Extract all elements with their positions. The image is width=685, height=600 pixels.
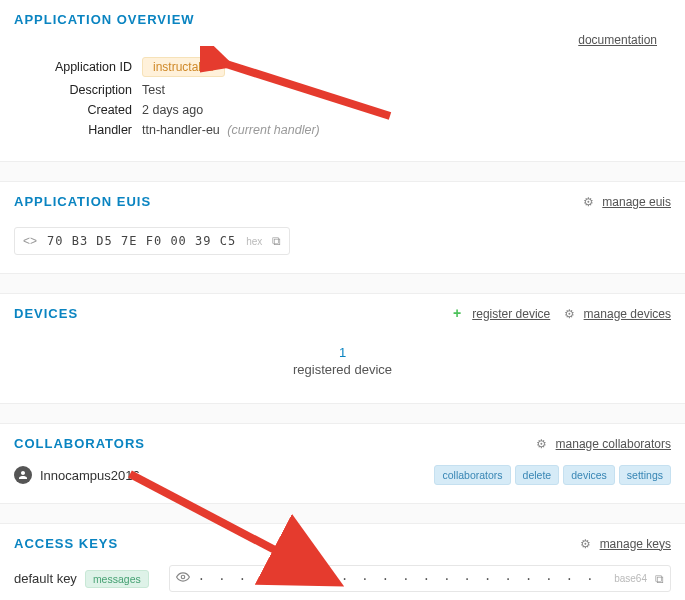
overview-title: APPLICATION OVERVIEW [14,12,195,27]
manage-keys-link[interactable]: manage keys [600,537,671,551]
devices-title: DEVICES [14,306,78,321]
description-label: Description [14,83,142,97]
description-value: Test [142,83,165,97]
documentation-link[interactable]: documentation [578,33,657,47]
plus-icon [453,307,465,319]
devices-count: 1 [14,345,671,360]
panel-euis: APPLICATION EUIS manage euis <> 70 B3 D5… [0,182,685,274]
handler-note: (current handler) [227,123,319,137]
panel-devices: DEVICES register device manage devices 1… [0,294,685,404]
collaborator-row: Innocampus2016 collaborators delete devi… [14,451,671,485]
collaborators-title: COLLABORATORS [14,436,145,451]
copy-icon[interactable]: ⧉ [272,234,281,248]
created-label: Created [14,103,142,117]
avatar [14,466,32,484]
key-box: · · · · · · · · · · · · · · · · · · · · … [169,565,671,592]
pill-devices[interactable]: devices [563,465,615,485]
eui-box: <> 70 B3 D5 7E F0 00 39 C5 hex ⧉ [14,227,290,255]
key-format-tag: base64 [614,573,647,584]
eui-format-tag: hex [246,236,262,247]
eye-icon[interactable] [176,570,190,587]
manage-devices-link[interactable]: manage devices [584,307,671,321]
gear-icon [536,437,548,449]
key-masked-value: · · · · · · · · · · · · · · · · · · · · … [198,572,606,586]
pill-delete[interactable]: delete [515,465,560,485]
register-device-link[interactable]: register device [472,307,550,321]
app-id-label: Application ID [14,60,142,74]
collaborator-name: Innocampus2016 [40,468,140,483]
gear-icon [580,537,592,549]
gear-icon [583,195,595,207]
svg-point-1 [181,575,185,579]
toggle-format-icon[interactable]: <> [23,234,37,248]
panel-access-keys: ACCESS KEYS manage keys default key mess… [0,524,685,600]
handler-label: Handler [14,123,142,137]
created-value: 2 days ago [142,103,203,117]
overview-fields: Application ID instructable Description … [14,57,671,137]
euis-title: APPLICATION EUIS [14,194,151,209]
scope-pill: messages [85,570,149,588]
manage-euis-link[interactable]: manage euis [602,195,671,209]
app-id-value: instructable [142,57,225,77]
pill-settings[interactable]: settings [619,465,671,485]
copy-icon[interactable]: ⧉ [655,572,664,586]
devices-count-label: registered device [14,362,671,377]
key-name: default key [14,571,77,586]
gear-icon [564,307,576,319]
access-keys-title: ACCESS KEYS [14,536,118,551]
manage-collaborators-link[interactable]: manage collaborators [556,437,671,451]
pill-collaborators[interactable]: collaborators [434,465,510,485]
panel-collaborators: COLLABORATORS manage collaborators Innoc… [0,424,685,504]
eui-value: 70 B3 D5 7E F0 00 39 C5 [47,234,236,248]
handler-value: ttn-handler-eu [142,123,220,137]
panel-overview: APPLICATION OVERVIEW documentation Appli… [0,0,685,162]
